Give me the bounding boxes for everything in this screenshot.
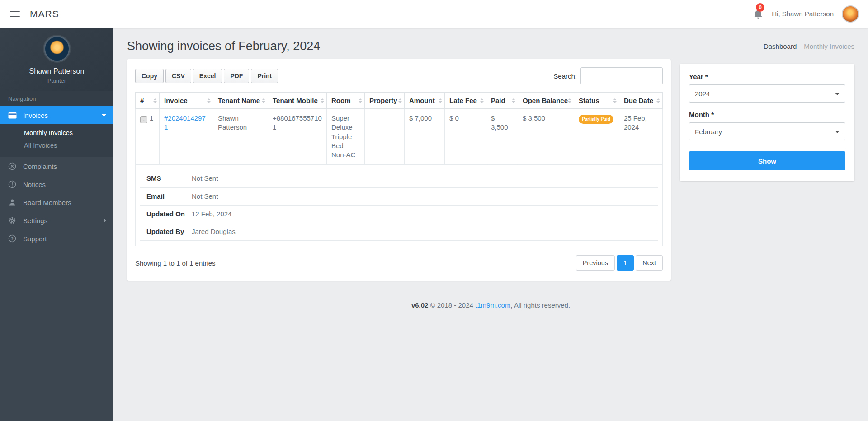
previous-page-button[interactable]: Previous [576, 255, 615, 271]
sort-icon [439, 98, 442, 103]
entries-info: Showing 1 to 1 of 1 entries [135, 259, 216, 267]
year-label: Year * [689, 73, 845, 80]
cell-open-balance: $ 3,500 [518, 109, 574, 165]
column-header-index[interactable]: # [136, 93, 160, 109]
table-row: -1 #20240142971 Shawn Patterson +8801675… [136, 109, 663, 165]
excel-button[interactable]: Excel [193, 69, 222, 83]
detail-item-sms: SMS Not Sent [140, 170, 658, 187]
sidebar-profile: Shawn Patterson Painter [0, 28, 113, 91]
copy-button[interactable]: Copy [135, 69, 164, 83]
column-header-amount[interactable]: Amount [405, 93, 445, 109]
invoices-submenu: Monthly Invoices All Invoices [0, 124, 113, 157]
cell-room: Super Deluxe Tripple Bed Non-AC [327, 109, 365, 165]
detail-value: Jared Douglas [192, 227, 236, 236]
next-page-button[interactable]: Next [636, 255, 663, 271]
version-label: v6.02 [411, 301, 429, 309]
detail-item-email: Email Not Sent [140, 188, 658, 206]
year-select[interactable]: 2024 [689, 84, 845, 103]
sidebar-item-notices[interactable]: Notices [0, 175, 113, 193]
gear-icon [7, 216, 17, 225]
column-header-status[interactable]: Status [574, 93, 619, 109]
sort-icon [359, 98, 362, 103]
month-label: Month * [689, 111, 845, 118]
column-header-tenant-name[interactable]: Tenant Name [213, 93, 268, 109]
sort-icon [613, 98, 617, 103]
sort-icon [656, 98, 660, 103]
svg-text:?: ? [11, 236, 14, 241]
invoice-link[interactable]: #20240142971 [164, 114, 206, 131]
breadcrumb-dashboard[interactable]: Dashboard [764, 42, 797, 50]
page-header: Showing invoices of February, 2024 Dashb… [113, 28, 868, 59]
table-footer: Showing 1 to 1 of 1 entries Previous 1 N… [135, 255, 663, 271]
column-header-tenant-mobile[interactable]: Tenant Mobile [268, 93, 327, 109]
detail-label: Updated On [146, 210, 192, 219]
pagination: Previous 1 Next [576, 255, 663, 271]
detail-label: SMS [146, 174, 192, 183]
detail-value: Not Sent [192, 192, 218, 201]
month-select[interactable]: February [689, 122, 845, 140]
search-input[interactable] [580, 67, 663, 84]
profile-avatar [44, 36, 70, 62]
table-header-row: # Invoice Tenant Name Tenant Mobile Room… [136, 93, 663, 109]
detail-value: 12 Feb, 2024 [192, 210, 231, 219]
column-header-invoice[interactable]: Invoice [160, 93, 213, 109]
column-header-room[interactable]: Room [327, 93, 365, 109]
site-link[interactable]: t1m9m.com [475, 301, 510, 309]
chevron-right-icon [104, 218, 106, 223]
show-button[interactable]: Show [689, 151, 845, 170]
support-icon: ? [7, 234, 17, 243]
collapse-row-button[interactable]: - [140, 116, 147, 123]
topbar-right: 0 Hi, Shawn Patterson [753, 5, 859, 23]
topbar: MARS 0 Hi, Shawn Patterson [0, 0, 868, 28]
cell-status: Partially Paid [574, 109, 619, 165]
search-box: Search: [553, 67, 663, 84]
pdf-button[interactable]: PDF [224, 69, 249, 83]
sort-icon [398, 98, 402, 103]
column-header-late-fee[interactable]: Late Fee [445, 93, 486, 109]
user-avatar[interactable] [842, 5, 859, 23]
month-select-value: February [695, 128, 722, 136]
csv-button[interactable]: CSV [165, 69, 191, 83]
sidebar-item-settings[interactable]: Settings [0, 211, 113, 229]
sidebar-item-label: Support [23, 235, 47, 243]
profile-role: Painter [0, 77, 113, 84]
cell-late-fee: $ 0 [445, 109, 486, 165]
sidebar-item-invoices[interactable]: Invoices [0, 106, 113, 124]
sidebar-item-label: Invoices [23, 112, 48, 119]
page-footer: v6.02 © 2018 - 2024 t1m9m.com, All right… [113, 281, 868, 309]
column-header-property[interactable]: Property [365, 93, 405, 109]
sidebar-item-monthly-invoices[interactable]: Monthly Invoices [0, 126, 113, 139]
sidebar: Shawn Patterson Painter Navigation Invoi… [0, 28, 113, 421]
sidebar-item-support[interactable]: ? Support [0, 229, 113, 248]
cell-due-date: 25 Feb, 2024 [619, 109, 663, 165]
brand-logo[interactable]: MARS [30, 9, 59, 19]
page-1-button[interactable]: 1 [617, 255, 634, 271]
column-header-due-date[interactable]: Due Date [619, 93, 663, 109]
sort-icon [480, 98, 484, 103]
page-title: Showing invoices of February, 2024 [127, 39, 320, 53]
column-header-open-balance[interactable]: Open Balance [518, 93, 574, 109]
chevron-down-icon [102, 114, 106, 117]
detail-value: Not Sent [192, 174, 218, 183]
sidebar-item-complaints[interactable]: Complaints [0, 157, 113, 175]
breadcrumb: Dashboard Monthly Invoices [764, 42, 854, 50]
notifications-button[interactable]: 0 [753, 8, 764, 20]
sort-icon [262, 98, 265, 103]
filter-card: Year * 2024 Month * February Show [680, 64, 854, 181]
copyright-text: © 2018 - 2024 [428, 301, 475, 309]
column-header-paid[interactable]: Paid [486, 93, 518, 109]
hamburger-menu-icon[interactable] [10, 11, 20, 17]
invoices-table: # Invoice Tenant Name Tenant Mobile Room… [135, 92, 663, 246]
search-label: Search: [553, 72, 577, 80]
sidebar-item-label: Complaints [23, 163, 57, 170]
sidebar-item-board-members[interactable]: Board Members [0, 193, 113, 211]
sort-icon [321, 98, 324, 103]
invoices-icon [7, 111, 17, 119]
sidebar-item-all-invoices[interactable]: All Invoices [0, 139, 113, 152]
print-button[interactable]: Print [251, 69, 278, 83]
detail-label: Email [146, 192, 192, 201]
nav-section-label: Navigation [0, 91, 113, 106]
cell-tenant-mobile: +8801675557101 [268, 109, 327, 165]
sidebar-item-label: Board Members [23, 199, 71, 206]
cell-invoice: #20240142971 [160, 109, 213, 165]
